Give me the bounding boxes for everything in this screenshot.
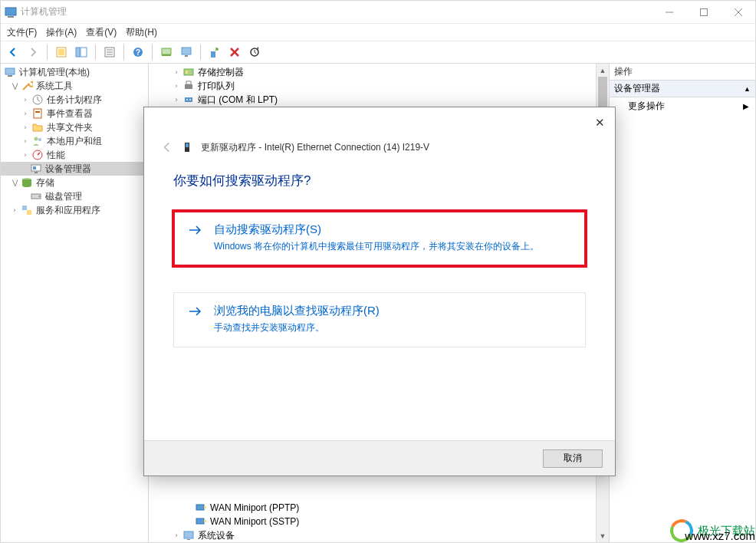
- tree-label: 磁盘管理: [45, 190, 82, 203]
- svg-rect-42: [185, 84, 192, 89]
- tree-storage[interactable]: ⋁ 存储: [1, 176, 148, 189]
- svg-rect-41: [186, 71, 188, 74]
- svg-point-30: [38, 138, 41, 141]
- tree-disk-mgmt[interactable]: 磁盘管理: [1, 189, 148, 203]
- tree-performance[interactable]: › 性能: [1, 148, 148, 162]
- dialog-back-button[interactable]: [158, 138, 176, 156]
- actions-more[interactable]: 更多操作 ▶: [610, 97, 755, 114]
- tree-task-scheduler[interactable]: › 任务计划程序: [1, 93, 148, 107]
- svg-rect-39: [27, 210, 31, 215]
- device-category[interactable]: ›存储控制器: [149, 65, 609, 79]
- expand-icon[interactable]: ›: [10, 206, 19, 215]
- performance-icon: [31, 149, 44, 161]
- svg-point-37: [38, 196, 40, 197]
- tb-icon-1[interactable]: [53, 44, 70, 61]
- storage-controller-icon: [182, 66, 195, 78]
- tree-label: 共享文件夹: [47, 121, 93, 134]
- expand-icon[interactable]: ›: [172, 81, 181, 90]
- svg-point-46: [189, 99, 191, 100]
- device-label: WAN Miniport (SSTP): [210, 516, 299, 527]
- tree-event-viewer[interactable]: › 事件查看器: [1, 107, 148, 120]
- watermark-url: www.xz7.com: [685, 529, 755, 542]
- tb-help-icon[interactable]: ?: [130, 44, 146, 61]
- device-category[interactable]: ›打印队列: [149, 79, 609, 93]
- tb-delete-icon[interactable]: [226, 44, 243, 61]
- svg-rect-40: [184, 69, 193, 75]
- expand-icon[interactable]: ›: [21, 150, 30, 160]
- device-manager-icon: [30, 163, 42, 175]
- maximize-button[interactable]: [686, 1, 721, 24]
- svg-rect-8: [76, 48, 80, 57]
- tb-icon-3[interactable]: [158, 44, 175, 61]
- actions-section[interactable]: 设备管理器 ▲: [610, 81, 755, 97]
- menu-help[interactable]: 帮助(H): [126, 26, 157, 39]
- printer-icon: [182, 80, 195, 92]
- svg-rect-54: [186, 143, 189, 147]
- event-icon: [31, 107, 44, 120]
- tb-icon-2[interactable]: [73, 44, 90, 61]
- close-button[interactable]: [721, 1, 755, 24]
- expand-icon[interactable]: ›: [172, 531, 181, 540]
- device-category[interactable]: ›系统设备: [149, 528, 596, 542]
- svg-rect-16: [162, 48, 171, 54]
- titlebar: 计算机管理: [1, 1, 755, 24]
- network-adapter-icon: [195, 502, 207, 514]
- option-auto-search[interactable]: 自动搜索驱动程序(S) Windows 将在你的计算机中搜索最佳可用驱动程序，并…: [173, 211, 586, 266]
- tree-shared-folders[interactable]: › 共享文件夹: [1, 120, 148, 134]
- svg-rect-3: [700, 8, 707, 15]
- tree-local-users[interactable]: › 本地用户和组: [1, 134, 148, 148]
- scroll-up-icon[interactable]: ▲: [597, 64, 609, 77]
- tb-update-icon[interactable]: [246, 44, 263, 61]
- collapse-arrow-icon: ▲: [744, 85, 751, 93]
- scroll-down-icon[interactable]: ▼: [597, 529, 609, 542]
- svg-rect-24: [5, 68, 15, 74]
- svg-rect-7: [58, 49, 64, 55]
- svg-rect-49: [196, 518, 204, 524]
- svg-rect-20: [211, 51, 215, 58]
- dialog-close-button[interactable]: ✕: [590, 114, 609, 132]
- svg-rect-34: [35, 172, 38, 173]
- device-icon: [182, 141, 195, 153]
- tree-root[interactable]: 计算机管理(本地): [1, 65, 148, 79]
- expand-icon[interactable]: ›: [21, 95, 30, 104]
- menu-view[interactable]: 查看(V): [86, 26, 117, 39]
- minimize-button[interactable]: [652, 1, 686, 24]
- svg-rect-50: [204, 520, 206, 522]
- arrow-right-icon: [188, 304, 203, 319]
- option-description: 手动查找并安装驱动程序。: [214, 321, 571, 334]
- tree-label: 性能: [47, 149, 65, 162]
- svg-rect-9: [81, 48, 87, 57]
- svg-rect-19: [185, 55, 188, 57]
- tb-scan-icon[interactable]: [206, 44, 223, 61]
- svg-rect-47: [196, 505, 204, 510]
- back-button[interactable]: [5, 44, 21, 61]
- app-icon: [5, 6, 17, 18]
- menu-action[interactable]: 操作(A): [46, 26, 77, 39]
- device-item[interactable]: WAN Miniport (SSTP): [149, 515, 596, 528]
- expand-icon[interactable]: ›: [21, 123, 30, 132]
- tree-system-tools[interactable]: ⋁ 系统工具: [1, 79, 148, 93]
- cancel-button[interactable]: 取消: [543, 449, 603, 468]
- device-item[interactable]: WAN Miniport (PPTP): [149, 501, 596, 515]
- tb-monitor-icon[interactable]: [178, 44, 195, 61]
- tree-label: 存储: [36, 176, 54, 189]
- expand-icon[interactable]: ›: [172, 67, 181, 77]
- device-category[interactable]: ›端口 (COM 和 LPT): [149, 93, 609, 107]
- users-icon: [31, 135, 44, 147]
- expand-icon[interactable]: ›: [172, 95, 181, 104]
- menu-file[interactable]: 文件(F): [7, 26, 37, 39]
- tb-properties-icon[interactable]: [101, 44, 118, 61]
- services-icon: [21, 204, 33, 216]
- tree-device-manager[interactable]: 设备管理器: [1, 162, 148, 176]
- tree-label: 本地用户和组: [47, 135, 102, 148]
- svg-rect-51: [184, 531, 193, 538]
- expand-icon[interactable]: ›: [21, 137, 30, 146]
- svg-rect-44: [185, 97, 192, 102]
- tree-services-apps[interactable]: › 服务和应用程序: [1, 203, 148, 217]
- collapse-icon[interactable]: ⋁: [10, 178, 19, 187]
- option-browse-computer[interactable]: 浏览我的电脑以查找驱动程序(R) 手动查找并安装驱动程序。: [173, 292, 586, 347]
- tree-label: 任务计划程序: [47, 94, 102, 107]
- collapse-icon[interactable]: ⋁: [10, 81, 19, 90]
- expand-icon[interactable]: ›: [21, 109, 30, 118]
- forward-button[interactable]: [25, 44, 41, 61]
